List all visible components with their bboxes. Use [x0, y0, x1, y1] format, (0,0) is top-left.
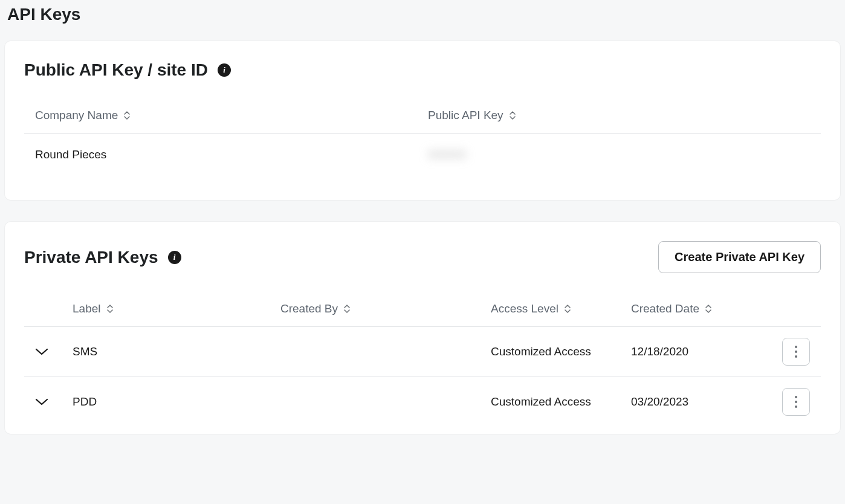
chevron-down-icon[interactable]: [35, 398, 48, 406]
column-created-date[interactable]: Created Date: [631, 302, 774, 315]
private-api-title: Private API Keys: [24, 248, 158, 267]
private-api-table: Label Created By Access Level: [24, 302, 821, 427]
column-actions: [774, 302, 810, 315]
sort-icon: [344, 305, 350, 313]
cell-access-level: Customized Access: [491, 345, 631, 358]
column-label: Company Name: [35, 109, 118, 122]
sort-icon: [124, 111, 130, 120]
cell-label: PDD: [73, 395, 280, 409]
private-api-card: Private API Keys i Create Private API Ke…: [5, 222, 840, 434]
page-title: API Keys: [7, 5, 840, 24]
create-private-api-key-button[interactable]: Create Private API Key: [658, 241, 821, 273]
column-created-by[interactable]: Created By: [280, 302, 491, 315]
cell-company-name: Round Pieces: [35, 148, 428, 161]
cell-access-level: Customized Access: [491, 395, 631, 409]
public-api-table: Company Name Public API Key Round Pieces…: [24, 109, 821, 176]
cell-public-api-key: XXXXX: [428, 148, 810, 161]
column-expand: [35, 302, 73, 315]
cell-label: SMS: [73, 345, 280, 358]
row-actions-button[interactable]: [782, 388, 810, 416]
cell-created-date: 12/18/2020: [631, 345, 774, 358]
sort-icon: [510, 111, 516, 120]
info-icon[interactable]: i: [218, 63, 231, 77]
column-label-text: Label: [73, 302, 101, 315]
sort-icon: [565, 305, 571, 313]
table-row: SMS Customized Access 12/18/2020: [24, 327, 821, 377]
public-api-title: Public API Key / site ID: [24, 60, 208, 80]
kebab-icon: [795, 346, 797, 358]
table-row: PDD Customized Access 03/20/2023: [24, 377, 821, 427]
column-company-name[interactable]: Company Name: [35, 109, 428, 122]
column-label[interactable]: Label: [73, 302, 280, 315]
column-label-text: Created Date: [631, 302, 699, 315]
sort-icon: [705, 305, 711, 313]
column-label: Public API Key: [428, 109, 503, 122]
public-api-card: Public API Key / site ID i Company Name …: [5, 41, 840, 200]
redacted-key: XXXXX: [428, 148, 466, 161]
chevron-down-icon[interactable]: [35, 347, 48, 356]
column-public-api-key[interactable]: Public API Key: [428, 109, 810, 122]
info-icon[interactable]: i: [168, 251, 181, 264]
row-actions-button[interactable]: [782, 338, 810, 366]
sort-icon: [107, 305, 113, 313]
column-label-text: Created By: [280, 302, 338, 315]
column-access-level[interactable]: Access Level: [491, 302, 631, 315]
column-label-text: Access Level: [491, 302, 558, 315]
kebab-icon: [795, 396, 797, 408]
cell-created-date: 03/20/2023: [631, 395, 774, 409]
table-row: Round Pieces XXXXX: [24, 134, 821, 176]
